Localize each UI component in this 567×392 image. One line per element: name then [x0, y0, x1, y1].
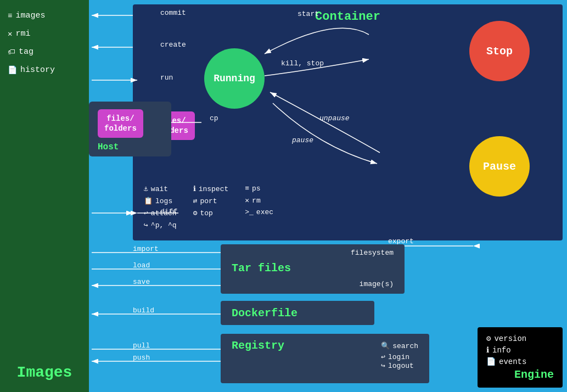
images-label: image(s)	[360, 280, 394, 288]
import-label: import	[133, 245, 159, 253]
x-icon: ✕	[8, 29, 12, 38]
cmd-col-3: ≡ ps ✕ rm >_ exec	[245, 184, 273, 229]
tar-files-box: filesystem Tar files image(s)	[221, 244, 405, 294]
main-content: Container Running Stop Pause files/folde…	[89, 0, 567, 392]
files-host: files/folders	[98, 109, 143, 138]
engine-title: Engine	[486, 368, 554, 381]
events-icon: 📄	[486, 357, 496, 366]
logs-icon: 📋	[144, 197, 153, 205]
exec-cmd: >_ exec	[245, 208, 273, 216]
sidebar-title: Images	[8, 364, 81, 381]
cmd-col-2: ℹ inspect ⇄ port ⚙ top	[193, 184, 229, 229]
registry-title: Registry	[232, 339, 284, 352]
pull-label: pull	[133, 341, 150, 350]
logout-cmd: ↪ logout	[381, 361, 418, 370]
sidebar-item-history[interactable]: 📄 history	[8, 65, 81, 75]
inspect-cmd: ℹ inspect	[193, 184, 229, 193]
push-label: push	[133, 354, 150, 362]
sidebar-item-rmi[interactable]: ✕ rmi	[8, 29, 81, 38]
port-icon: ⇄	[193, 197, 198, 205]
exec-icon: >_	[245, 208, 254, 216]
attach-cmd: ↩ attach	[144, 209, 177, 217]
list-icon: ≡	[8, 12, 12, 20]
running-state: Running	[204, 48, 265, 109]
attach-icon: ↩	[144, 209, 148, 217]
save-label: save	[133, 278, 150, 286]
wait-cmd: ⚓ wait	[144, 184, 177, 193]
container-commands: ⚓ wait 📋 logs ↩ attach ↪ ^p, ^q ℹ inspec…	[144, 184, 552, 229]
logout-icon: ↪	[381, 361, 385, 370]
detach-cmd: ↪ ^p, ^q	[144, 221, 177, 229]
dockerfile-title: Dockerfile	[232, 307, 297, 320]
info-icon-engine: ℹ	[486, 345, 489, 355]
sidebar-item-images[interactable]: ≡ images	[8, 11, 81, 20]
rm-cmd: ✕ rm	[245, 196, 273, 205]
dockerfile-box: Dockerfile	[221, 301, 374, 325]
info-cmd: ℹ info	[486, 345, 554, 355]
load-label: load	[133, 261, 150, 270]
anchor-icon: ⚓	[144, 184, 148, 193]
logs-cmd: 📋 logs	[144, 197, 177, 205]
top-icon: ⚙	[193, 209, 198, 217]
ps-cmd: ≡ ps	[245, 184, 273, 193]
rm-icon: ✕	[245, 196, 249, 205]
search-icon: 🔍	[381, 341, 390, 350]
main-wrapper: ≡ images ✕ rmi 🏷 tag 📄 history Images Co…	[0, 0, 567, 392]
version-cmd: ⚙ version	[486, 334, 554, 343]
doc-icon: 📄	[8, 65, 17, 75]
login-cmd: ↩ login	[381, 352, 409, 361]
tag-icon: 🏷	[8, 48, 15, 57]
host-box: files/folders Host	[89, 102, 171, 156]
detach-icon: ↪	[144, 221, 148, 229]
stop-state: Stop	[469, 21, 530, 81]
registry-box: Registry 🔍 search ↩ login ↪ logout	[221, 334, 429, 383]
tar-title: Tar files	[232, 262, 394, 275]
sidebar: ≡ images ✕ rmi 🏷 tag 📄 history Images	[0, 0, 89, 392]
port-cmd: ⇄ port	[193, 197, 229, 205]
kill-stop-label: kill, stop	[281, 59, 324, 68]
cmd-col-1: ⚓ wait 📋 logs ↩ attach ↪ ^p, ^q	[144, 184, 177, 229]
build-label: build	[133, 306, 154, 315]
engine-box: ⚙ version ℹ info 📄 events Engine	[478, 327, 563, 388]
info-icon: ℹ	[193, 184, 196, 193]
sidebar-item-tag[interactable]: 🏷 tag	[8, 47, 81, 57]
search-cmd: 🔍 search	[381, 341, 418, 350]
unpause-label: unpause	[319, 114, 350, 122]
filesystem-label: filesystem	[351, 249, 394, 257]
top-cmd: ⚙ top	[193, 209, 229, 217]
cp-label: cp	[210, 114, 218, 122]
pause-label: pause	[292, 136, 313, 144]
host-label: Host	[98, 142, 162, 152]
ps-icon: ≡	[245, 184, 249, 193]
version-icon: ⚙	[486, 334, 491, 343]
login-icon: ↩	[381, 352, 385, 361]
container-box: Container Running Stop Pause files/folde…	[133, 4, 563, 240]
events-cmd: 📄 events	[486, 357, 554, 366]
